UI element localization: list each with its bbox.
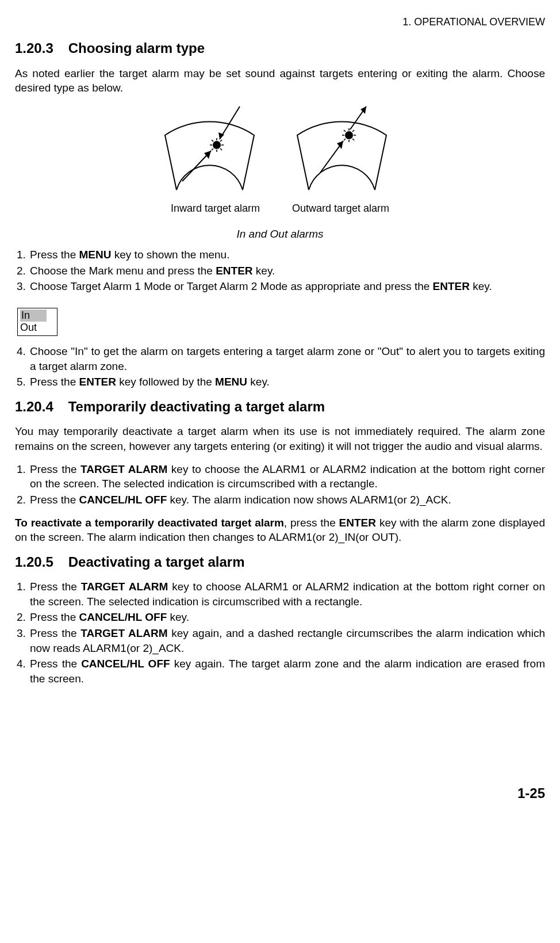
in-out-menu-box: In Out bbox=[17, 308, 57, 336]
figure-label-outward: Outward target alarm bbox=[292, 201, 389, 215]
svg-line-18 bbox=[344, 130, 346, 132]
text: key. bbox=[247, 376, 270, 388]
section-1203-intro: As noted earlier the target alarm may be… bbox=[15, 66, 545, 96]
step-1205-3: Press the TARGET ALARM key again, and a … bbox=[29, 626, 545, 655]
menu-option-out: Out bbox=[19, 322, 56, 334]
section-1205-steps: Press the TARGET ALARM key to choose ALA… bbox=[15, 579, 545, 686]
figure-label-inward: Inward target alarm bbox=[171, 201, 260, 215]
key-cancel-hl-off: CANCEL/HL OFF bbox=[79, 611, 167, 623]
running-header: 1. OPERATIONAL OVERVIEW bbox=[15, 15, 545, 29]
key-target-alarm: TARGET ALARM bbox=[80, 463, 167, 475]
text: Press the bbox=[30, 581, 81, 593]
key-enter: ENTER bbox=[339, 517, 376, 529]
text: Press the bbox=[30, 627, 80, 639]
figure-caption: In and Out alarms bbox=[15, 227, 545, 242]
menu-row-in: In bbox=[19, 310, 56, 322]
step-1203-2: Choose the Mark menu and press the ENTER… bbox=[29, 264, 545, 278]
key-cancel-hl-off: CANCEL/HL OFF bbox=[81, 658, 170, 670]
text: Press the bbox=[30, 658, 81, 670]
section-1203-steps-b: Choose "In" to get the alarm on targets … bbox=[15, 344, 545, 390]
text: key. bbox=[167, 611, 189, 623]
section-1203-steps-a: Press the MENU key to shown the menu. Ch… bbox=[15, 247, 545, 294]
key-menu: MENU bbox=[79, 249, 112, 261]
section-1205-number: 1.20.5 bbox=[15, 553, 53, 571]
step-1203-1: Press the MENU key to shown the menu. bbox=[29, 247, 545, 262]
step-1204-1: Press the TARGET ALARM key to choose the… bbox=[29, 462, 545, 491]
step-1203-3: Choose Target Alarm 1 Mode or Target Ala… bbox=[29, 279, 545, 294]
key-enter: ENTER bbox=[79, 376, 116, 388]
svg-line-19 bbox=[352, 139, 354, 140]
key-cancel-hl-off: CANCEL/HL OFF bbox=[79, 494, 167, 506]
text: Press the bbox=[30, 376, 79, 388]
in-out-alarm-figure: Inward target alarm Outward target alarm… bbox=[15, 104, 545, 242]
section-1204-intro: You may temporarily deactivate a target … bbox=[15, 424, 545, 453]
text: key to shown the menu. bbox=[112, 249, 230, 261]
key-enter: ENTER bbox=[433, 280, 470, 292]
step-1205-2: Press the CANCEL/HL OFF key. bbox=[29, 610, 545, 625]
svg-line-20 bbox=[344, 139, 346, 140]
section-1205-heading: 1.20.5Deactivating a target alarm bbox=[15, 553, 545, 571]
key-enter: ENTER bbox=[216, 265, 252, 277]
section-1204-title: Temporarily deactivating a target alarm bbox=[68, 399, 325, 414]
svg-line-7 bbox=[212, 148, 213, 150]
step-1204-2: Press the CANCEL/HL OFF key. The alarm i… bbox=[29, 493, 545, 507]
step-1205-4: Press the CANCEL/HL OFF key again. The t… bbox=[29, 656, 545, 686]
text: , press the bbox=[284, 517, 339, 529]
text: Press the bbox=[30, 611, 79, 623]
text: Choose the Mark menu and press the bbox=[30, 265, 216, 277]
text: Choose Target Alarm 1 Mode or Target Ala… bbox=[30, 280, 433, 292]
svg-line-21 bbox=[352, 130, 354, 132]
text: key followed by the bbox=[116, 376, 215, 388]
key-menu: MENU bbox=[215, 376, 247, 388]
text: Press the bbox=[30, 494, 79, 506]
svg-line-6 bbox=[220, 148, 222, 150]
text: key. bbox=[253, 265, 275, 277]
menu-option-in: In bbox=[20, 310, 47, 322]
section-1204-heading: 1.20.4Temporarily deactivating a target … bbox=[15, 398, 545, 416]
svg-line-8 bbox=[220, 140, 222, 142]
section-1203-heading: 1.20.3Choosing alarm type bbox=[15, 39, 545, 58]
svg-line-5 bbox=[212, 140, 213, 142]
section-1204-reactivate: To reactivate a temporarily deactivated … bbox=[15, 516, 545, 545]
section-1203-number: 1.20.3 bbox=[15, 39, 53, 58]
section-1203-title: Choosing alarm type bbox=[68, 40, 205, 56]
key-target-alarm: TARGET ALARM bbox=[80, 627, 167, 639]
text: Press the bbox=[30, 249, 79, 261]
svg-point-0 bbox=[213, 142, 220, 148]
text: Press the bbox=[30, 463, 80, 475]
section-1204-steps: Press the TARGET ALARM key to choose the… bbox=[15, 462, 545, 507]
page-number: 1-25 bbox=[15, 784, 545, 803]
section-1205-title: Deactivating a target alarm bbox=[68, 554, 245, 570]
step-1205-1: Press the TARGET ALARM key to choose ALA… bbox=[29, 579, 545, 609]
key-target-alarm: TARGET ALARM bbox=[81, 581, 168, 593]
text: key. bbox=[470, 280, 492, 292]
reactivate-lead: To reactivate a temporarily deactivated … bbox=[15, 517, 284, 529]
section-1204-number: 1.20.4 bbox=[15, 398, 53, 416]
text: key. The alarm indication now shows ALAR… bbox=[167, 494, 451, 506]
svg-point-13 bbox=[346, 132, 352, 139]
step-1203-4: Choose "In" to get the alarm on targets … bbox=[29, 344, 545, 373]
alarm-diagrams-svg bbox=[154, 104, 406, 196]
step-1203-5: Press the ENTER key followed by the MENU… bbox=[29, 375, 545, 390]
